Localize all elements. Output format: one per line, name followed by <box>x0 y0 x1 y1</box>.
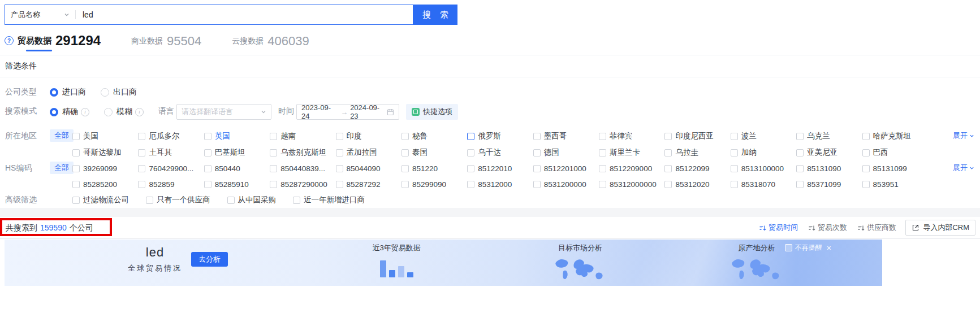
hs-checkbox-item[interactable]: 8513100000 <box>731 164 796 173</box>
dismiss-banner-control[interactable]: 不再提醒 × <box>785 243 831 253</box>
hs-checkbox-item[interactable]: 8512209000 <box>599 164 664 173</box>
region-checkbox-item[interactable]: 美国 <box>72 131 138 141</box>
hs-checkbox-item[interactable]: 85287292 <box>336 180 402 189</box>
tab-cloud-data[interactable]: 云搜数据 406039 <box>232 34 309 49</box>
hs-checkbox-item[interactable]: 8531200000 <box>533 180 599 189</box>
search-mode-radio[interactable]: 精确 i <box>50 107 89 117</box>
hs-checkbox-item[interactable]: 85299090 <box>402 180 467 189</box>
results-bar: 共搜索到159590个公司 贸易时间 贸易次数 供应商数 <box>0 217 980 239</box>
checkbox-label: 近一年新增进口商 <box>304 195 365 205</box>
region-checkbox-item[interactable]: 土耳其 <box>138 147 204 158</box>
analyze-button[interactable]: 去分析 <box>191 252 228 267</box>
hs-checkbox-item[interactable]: 85312000000 <box>599 180 664 189</box>
region-checkbox-item[interactable]: 越南 <box>270 131 335 141</box>
region-row-2: 哥斯达黎加 土耳其 巴基斯坦 乌兹别克斯坦 <box>0 145 980 160</box>
hs-checkbox-item[interactable]: 760429900... <box>138 164 204 173</box>
checkbox-icon <box>862 165 870 172</box>
advanced-checkbox-item[interactable]: 过滤物流公司 <box>72 195 129 205</box>
hs-checkbox-item[interactable]: 85044090 <box>336 164 402 173</box>
sort-button[interactable]: 贸易时间 <box>759 223 798 233</box>
hs-checkbox-item[interactable]: 85122010 <box>467 164 533 173</box>
hs-checkbox-item[interactable]: 85287290000 <box>270 180 335 189</box>
hs-checkbox-item[interactable]: 85122099 <box>664 164 730 173</box>
hs-all-chip[interactable]: 全部 <box>50 162 74 174</box>
advanced-checkbox-item[interactable]: 近一年新增进口商 <box>293 195 365 205</box>
hs-checkbox-item[interactable]: 853951 <box>862 180 928 189</box>
search-input[interactable] <box>76 10 413 19</box>
date-range-picker[interactable]: 2023-09-24 → 2024-09-23 <box>296 104 399 120</box>
date-end: 2024-09-23 <box>350 103 387 120</box>
language-select[interactable]: 请选择翻译语言 <box>176 104 271 120</box>
results-count[interactable]: 159590 <box>40 223 67 232</box>
advanced-checkbox-item[interactable]: 只有一个供应商 <box>146 195 210 205</box>
hs-checkbox-item[interactable]: 85131090 <box>796 164 862 173</box>
hs-checkbox-item[interactable]: 850440839... <box>270 164 335 173</box>
hs-checkbox-item[interactable]: 85285200 <box>72 180 138 189</box>
search-mode-radio[interactable]: 模糊 i <box>104 107 144 117</box>
region-checkbox-item[interactable]: 英国 <box>204 131 270 141</box>
info-icon[interactable]: i <box>135 108 144 116</box>
hs-checkbox-item[interactable]: 85371099 <box>796 180 862 189</box>
company-type-radio[interactable]: 进口商 <box>50 87 86 97</box>
mini-bar <box>398 266 404 277</box>
close-icon[interactable]: × <box>827 243 831 253</box>
region-checkbox-item[interactable]: 孟加拉国 <box>336 147 402 158</box>
region-checkbox-item[interactable]: 乌克兰 <box>796 131 862 141</box>
region-expand-link[interactable]: 展开 <box>953 130 974 141</box>
region-checkbox-item[interactable]: 乌拉圭 <box>664 147 730 158</box>
company-type-radio[interactable]: 出口商 <box>101 87 137 97</box>
region-checkbox-item[interactable]: 哈萨克斯坦 <box>862 131 928 141</box>
region-checkbox-item[interactable]: 菲律宾 <box>599 131 664 141</box>
sort-button[interactable]: 供应商数 <box>857 223 896 233</box>
sort-button[interactable]: 贸易次数 <box>808 223 847 233</box>
region-all-chip[interactable]: 全部 <box>50 129 74 142</box>
company-type-row: 进口商 出口商 <box>0 85 980 99</box>
region-checkbox-item[interactable]: 加纳 <box>731 147 796 158</box>
import-crm-button[interactable]: 导入内部CRM <box>905 220 975 236</box>
range-arrow-icon: → <box>340 108 348 116</box>
hs-checkbox-item[interactable]: 39269099 <box>72 164 138 173</box>
info-icon[interactable]: i <box>81 108 89 116</box>
hs-checkbox-item[interactable]: 8512201000 <box>533 164 599 173</box>
search-category-select[interactable]: 产品名称 <box>5 10 75 20</box>
checkbox-label: 85044090 <box>347 164 381 173</box>
region-checkbox-item[interactable]: 亚美尼亚 <box>796 147 862 158</box>
tab-trade-data[interactable]: ? 贸易数据 291294 <box>5 33 101 49</box>
region-checkbox-item[interactable]: 德国 <box>533 147 599 158</box>
question-icon[interactable]: ? <box>5 36 14 45</box>
region-checkbox-item[interactable]: 墨西哥 <box>533 131 599 141</box>
hs-checkbox-item[interactable]: 85285910 <box>204 180 270 189</box>
region-checkbox-item[interactable]: 厄瓜多尔 <box>138 131 204 141</box>
search-button[interactable]: 搜 索 <box>413 5 457 25</box>
region-checkbox-item[interactable]: 秘鲁 <box>402 131 467 141</box>
checkbox-icon <box>72 181 80 188</box>
region-checkbox-item[interactable]: 巴西 <box>862 147 928 158</box>
region-checkbox-item[interactable]: 乌兹别克斯坦 <box>270 147 335 158</box>
hs-checkbox-item[interactable]: 85312020 <box>664 180 730 189</box>
region-checkbox-item[interactable]: 俄罗斯 <box>467 131 533 141</box>
dismiss-checkbox-icon[interactable] <box>785 244 792 251</box>
region-checkbox-item[interactable]: 印度尼西亚 <box>664 131 730 141</box>
region-checkbox-item[interactable]: 波兰 <box>731 131 796 141</box>
checkbox-label: 斯里兰卡 <box>610 147 640 158</box>
region-checkbox-item[interactable]: 斯里兰卡 <box>599 147 664 158</box>
region-checkbox-item[interactable]: 巴基斯坦 <box>204 147 270 158</box>
region-checkbox-item[interactable]: 泰国 <box>402 147 467 158</box>
hs-expand-link[interactable]: 展开 <box>953 163 974 173</box>
hs-checkbox-item[interactable]: 85131099 <box>862 164 928 173</box>
tab-business-data[interactable]: 商业数据 95504 <box>131 34 201 49</box>
hs-checkbox-item[interactable]: 851220 <box>402 164 467 173</box>
region-checkbox-item[interactable]: 哥斯达黎加 <box>72 147 138 158</box>
checkbox-label: 853951 <box>873 180 899 189</box>
advanced-checkbox-item[interactable]: 从中国采购 <box>227 195 277 205</box>
hs-checkbox-item[interactable]: 852859 <box>138 180 204 189</box>
banner-keyword: led <box>123 245 187 260</box>
region-checkbox-item[interactable]: 乌干达 <box>467 147 533 158</box>
hs-checkbox-item[interactable]: 85318070 <box>731 180 796 189</box>
checkbox-label: 85287290000 <box>280 180 327 189</box>
hs-checkbox-item[interactable]: 850440 <box>204 164 270 173</box>
region-checkbox-item[interactable]: 印度 <box>336 131 402 141</box>
hs-checkbox-item[interactable]: 85312000 <box>467 180 533 189</box>
advanced-options: 过滤物流公司 只有一个供应商 从中国采购 近一年新增进口商 <box>72 193 365 207</box>
quick-option-button[interactable]: 快捷选项 <box>406 104 458 120</box>
